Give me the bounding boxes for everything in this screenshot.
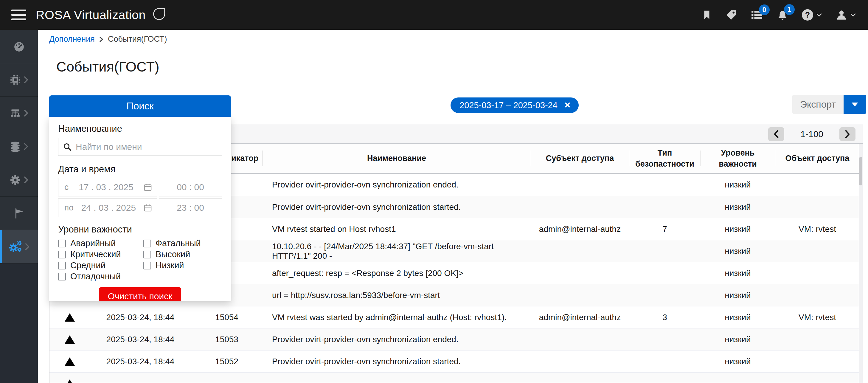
checkbox-fatalny[interactable] [143,240,151,247]
close-icon[interactable]: ✕ [564,101,571,109]
cell-object [775,351,860,372]
date-filter-chip[interactable]: 2025-03-17 – 2025-03-24 ✕ [451,97,579,113]
checkbox-sredny[interactable] [58,262,66,269]
table-row[interactable] [50,372,863,383]
chevron-right-icon [844,130,851,139]
checkbox-label[interactable]: Низкий [156,261,184,270]
cell-type: 3 [629,306,701,328]
date-to-value: 24 . 03 . 2025 [73,203,144,213]
sidebar-item-compute[interactable] [0,63,38,96]
header-level: Уровень важности [701,144,775,173]
cell-object [775,328,860,350]
cell-type [629,328,701,350]
sidebar-spacer [0,263,38,383]
severity-warning-icon [64,334,75,345]
date-from-field[interactable]: с 17 . 03 . 2025 [58,178,157,197]
search-panel-body: Наименование Дата и время с 17 . 03 . 20… [49,117,231,301]
cell-subject [531,174,629,196]
checkbox-label[interactable]: Отладочный [70,271,121,282]
search-icon [63,143,71,151]
help-menu[interactable]: ? [802,9,822,21]
checkbox-otladochny[interactable] [58,273,66,281]
sidebar-item-events[interactable] [0,197,38,230]
checkbox-label[interactable]: Фатальный [156,238,201,248]
breadcrumb: Дополнения События(ГОСТ) [49,35,167,44]
header-type: Тип безопастности [629,144,701,173]
cell-id: 15053 [191,328,262,350]
user-menu[interactable] [836,9,856,21]
scrollbar[interactable] [859,144,863,383]
cell-level: низкий [701,262,775,284]
cell-object: VM: rvtest [775,218,860,240]
table-row[interactable]: 2025-03-24, 18:44 15053 Provider ovirt-p… [50,328,863,350]
cell-level: низкий [701,174,775,196]
search-button[interactable]: Поиск [49,95,231,117]
cell-object [775,196,860,218]
clear-search-button[interactable]: Очистить поиск [99,287,182,301]
checkbox-kritichesky[interactable] [58,251,66,258]
cell-subject [531,351,629,372]
export-dropdown-button[interactable] [843,95,866,114]
checkbox-label[interactable]: Высокий [156,249,190,259]
tag-icon[interactable] [725,9,737,21]
topbar-actions: 0 1 ? [702,9,868,21]
cell-type [629,373,701,383]
export-split-button: Экспорт [792,95,866,114]
cell-level: низкий [701,306,775,328]
cell-level [701,373,775,383]
time-from-field[interactable]: 00 : 00 [159,178,222,197]
checkbox-vysoky[interactable] [143,251,151,258]
header-name: Наименование [262,144,531,173]
sidebar-item-administration[interactable] [0,163,38,197]
checkbox-label[interactable]: Средний [70,261,105,270]
cell-subject [531,262,629,284]
cell-level: низкий [701,351,775,372]
export-button[interactable]: Экспорт [792,95,843,114]
help-icon: ? [802,9,813,21]
name-filter-label: Наименование [58,123,222,134]
cell-type [629,240,701,262]
cell-name: Provider ovirt-provider-ovn synchronizat… [262,196,531,218]
cell-id [191,373,262,383]
search-input[interactable] [76,142,217,152]
top-bar: ROSA Virtualization 0 1 [0,0,868,30]
prev-page-button[interactable] [768,127,784,141]
chevron-right-icon [24,109,28,117]
time-to-field[interactable]: 23 : 00 [159,199,222,217]
table-row[interactable]: 2025-03-24, 18:44 15054 VM rvtest was st… [50,306,863,328]
header-object: Объект доступа [775,144,860,173]
severity-warning-icon [64,312,75,323]
checkbox-label[interactable]: Аварийный [70,238,116,248]
cell-object [775,284,860,306]
scrollbar-thumb[interactable] [859,157,862,185]
checkbox-label[interactable]: Критический [70,249,121,259]
cell-type [629,351,701,372]
tasks-icon[interactable]: 0 [751,9,763,21]
next-page-button[interactable] [839,127,856,141]
chevron-down-icon [850,13,856,17]
sidebar-item-storage[interactable] [0,130,38,163]
severity-filter-label: Уровни важности [58,224,222,235]
chevron-right-icon [24,176,28,184]
date-from-prefix: с [64,182,68,192]
hamburger-menu-icon[interactable] [11,9,26,20]
date-to-field[interactable]: по 24 . 03 . 2025 [58,199,157,217]
cell-subject [531,196,629,218]
cell-subject [531,240,629,262]
checkbox-nizky[interactable] [143,262,151,269]
sidebar-item-dashboard[interactable] [0,30,38,63]
sidebar-item-addons[interactable] [0,230,38,263]
bell-icon[interactable]: 1 [777,9,788,21]
sidebar [0,30,38,383]
severity-options: Аварийный Критический Средний Отладочный… [58,238,222,282]
table-row[interactable]: 2025-03-24, 18:44 15052 Provider ovirt-p… [50,350,863,372]
breadcrumb-link-addons[interactable]: Дополнения [49,35,95,44]
sidebar-item-network[interactable] [0,96,38,130]
caret-down-icon [851,102,858,107]
gear-icon [9,174,21,186]
bookmark-icon[interactable] [702,9,712,20]
checkbox-avariyny[interactable] [58,240,66,247]
calendar-icon [144,204,152,212]
name-search-field[interactable] [58,138,222,156]
cell-level: низкий [701,240,775,262]
